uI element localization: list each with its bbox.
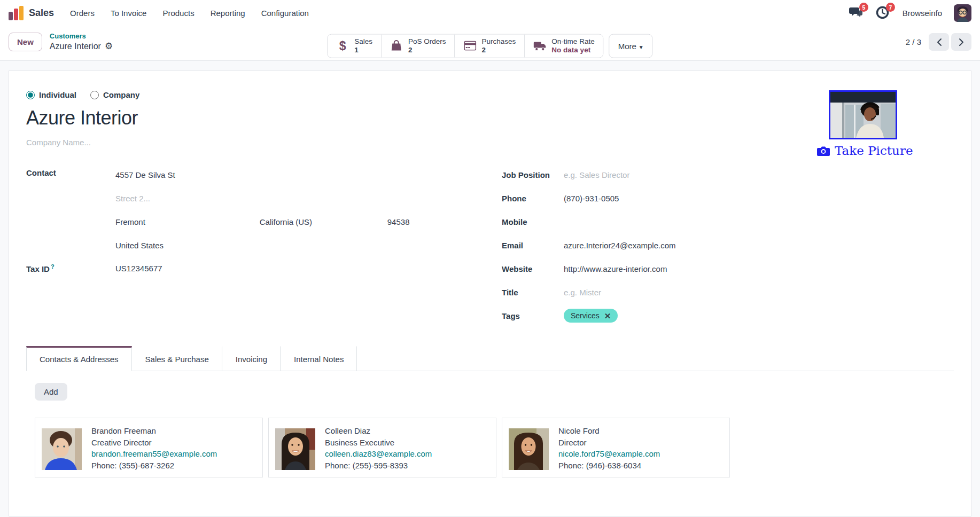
contact-name: Colleen Diaz bbox=[325, 425, 432, 437]
breadcrumb-customers[interactable]: Customers bbox=[50, 32, 113, 41]
breadcrumb: Customers Azure Interior ⚙ bbox=[50, 32, 113, 51]
contact-photo bbox=[42, 428, 82, 470]
contact-field-label: Contact bbox=[26, 163, 115, 177]
dollar-icon: $ bbox=[336, 38, 349, 53]
tag-services[interactable]: Services ✕ bbox=[564, 309, 618, 323]
chevron-left-icon bbox=[936, 38, 942, 46]
contact-phone: Phone: (946)-638-6034 bbox=[558, 460, 660, 472]
radio-company-label: Company bbox=[103, 90, 139, 99]
tax-id-value[interactable]: US12345677 bbox=[115, 264, 162, 273]
website-value[interactable]: http://www.azure-interior.com bbox=[564, 264, 667, 273]
country-value[interactable]: United States bbox=[115, 241, 164, 250]
messages-badge: 5 bbox=[859, 3, 868, 12]
city-value[interactable]: Fremont bbox=[115, 217, 260, 226]
chevron-down-icon: ▼ bbox=[639, 44, 644, 50]
street-value[interactable]: 4557 De Silva St bbox=[115, 170, 175, 179]
take-picture-label: Take Picture bbox=[835, 144, 913, 158]
website-label: Website bbox=[502, 264, 564, 273]
company-type-selector: Individual Company bbox=[26, 90, 251, 99]
nav-item-to-invoice[interactable]: To Invoice bbox=[111, 9, 147, 18]
nav-item-products[interactable]: Products bbox=[162, 9, 194, 18]
mobile-input[interactable] bbox=[564, 217, 740, 226]
user-avatar[interactable] bbox=[954, 4, 971, 22]
contact-card-colleen-diaz[interactable]: Colleen Diaz Business Executive colleen.… bbox=[268, 418, 496, 477]
contact-email[interactable]: nicole.ford75@example.com bbox=[558, 448, 660, 460]
stat-button-sales[interactable]: $ Sales 1 bbox=[328, 34, 382, 58]
tab-contacts-addresses[interactable]: Contacts & Addresses bbox=[26, 346, 132, 371]
contact-card-brandon-freeman[interactable]: Brandon Freeman Creative Director brando… bbox=[35, 418, 263, 477]
company-name-input[interactable] bbox=[26, 138, 251, 147]
contact-phone: Phone: (255)-595-8393 bbox=[325, 460, 432, 472]
job-position-input[interactable] bbox=[564, 170, 740, 179]
form-sheet: Individual Company Azure Interior bbox=[9, 70, 971, 516]
contact-role: Director bbox=[558, 437, 660, 449]
take-picture-button[interactable]: Take Picture bbox=[817, 144, 929, 158]
contact-role: Creative Director bbox=[91, 437, 217, 449]
tag-remove-icon[interactable]: ✕ bbox=[604, 312, 611, 320]
user-name[interactable]: Browseinfo bbox=[903, 9, 942, 18]
stat-value: No data yet bbox=[551, 46, 590, 54]
stat-button-on-time-rate[interactable]: On-time Rate No data yet bbox=[525, 34, 603, 58]
contact-name: Brandon Freeman bbox=[91, 425, 217, 437]
radio-company-input[interactable] bbox=[90, 91, 99, 99]
details-column: Job Position Phone (870)-931-0505 Mobile… bbox=[502, 163, 740, 327]
contact-email[interactable]: colleen.diaz83@example.com bbox=[325, 448, 432, 460]
pager-count: 2 / 3 bbox=[906, 37, 921, 46]
state-value[interactable]: California (US) bbox=[260, 217, 387, 226]
contact-name: Nicole Ford bbox=[558, 425, 660, 437]
job-position-label: Job Position bbox=[502, 170, 564, 179]
radio-individual-input[interactable] bbox=[26, 91, 35, 99]
activities-badge: 7 bbox=[886, 3, 895, 12]
stat-button-purchases[interactable]: Purchases 2 bbox=[455, 34, 525, 58]
stat-button-pos-orders[interactable]: PoS Orders 2 bbox=[382, 34, 455, 58]
stat-label: On-time Rate bbox=[551, 37, 594, 45]
activities-icon[interactable]: 7 bbox=[876, 6, 891, 20]
app-name[interactable]: Sales bbox=[29, 7, 54, 19]
zip-value[interactable]: 94538 bbox=[387, 217, 443, 226]
tab-internal-notes[interactable]: Internal Notes bbox=[281, 346, 357, 371]
radio-individual[interactable]: Individual bbox=[26, 90, 76, 99]
add-contact-button[interactable]: Add bbox=[35, 383, 67, 401]
pager-next-button[interactable] bbox=[951, 33, 971, 51]
control-panel: New Customers Azure Interior ⚙ $ Sales 1… bbox=[0, 26, 980, 61]
email-label: Email bbox=[502, 241, 564, 250]
contact-photo bbox=[509, 428, 549, 470]
gear-icon[interactable]: ⚙ bbox=[105, 42, 113, 51]
phone-label: Phone bbox=[502, 194, 564, 203]
street2-input[interactable] bbox=[115, 194, 443, 203]
messages-icon[interactable]: 5 bbox=[849, 6, 864, 20]
stat-label: PoS Orders bbox=[408, 37, 446, 45]
breadcrumb-current-record: Azure Interior bbox=[50, 41, 101, 52]
address-column: Contact 4557 De Silva St Fremont Califor… bbox=[26, 163, 443, 327]
record-title[interactable]: Azure Interior bbox=[26, 107, 251, 129]
tags-label: Tags bbox=[502, 311, 564, 320]
shopping-bag-icon bbox=[390, 40, 403, 52]
contact-phone: Phone: (355)-687-3262 bbox=[91, 460, 217, 472]
tab-sales-purchase[interactable]: Sales & Purchase bbox=[132, 346, 222, 371]
radio-company[interactable]: Company bbox=[90, 90, 139, 99]
contact-card-nicole-ford[interactable]: Nicole Ford Director nicole.ford75@examp… bbox=[502, 418, 730, 477]
title-input[interactable] bbox=[564, 288, 740, 297]
help-question-icon[interactable]: ? bbox=[51, 263, 55, 270]
tax-id-field-label: Tax ID? bbox=[26, 263, 115, 273]
content-area: Individual Company Azure Interior bbox=[0, 61, 980, 516]
webcam-preview bbox=[829, 90, 897, 139]
odoo-logo-icon[interactable] bbox=[9, 5, 24, 20]
new-button[interactable]: New bbox=[9, 33, 42, 51]
pager: 2 / 3 bbox=[906, 33, 971, 51]
tab-invoicing[interactable]: Invoicing bbox=[222, 346, 281, 371]
contact-role: Business Executive bbox=[325, 437, 432, 449]
pager-previous-button[interactable] bbox=[929, 33, 949, 51]
nav-item-orders[interactable]: Orders bbox=[70, 9, 95, 18]
webcam-widget: Take Picture bbox=[817, 90, 929, 158]
nav-item-reporting[interactable]: Reporting bbox=[211, 9, 245, 18]
email-value[interactable]: azure.Interior24@example.com bbox=[564, 241, 676, 250]
stat-value: 2 bbox=[482, 46, 486, 54]
top-navbar: Sales Orders To Invoice Products Reporti… bbox=[0, 0, 980, 26]
mobile-label: Mobile bbox=[502, 217, 564, 226]
contact-email[interactable]: brandon.freeman55@example.com bbox=[91, 448, 217, 460]
more-button[interactable]: More▼ bbox=[609, 34, 653, 58]
nav-item-configuration[interactable]: Configuration bbox=[261, 9, 309, 18]
phone-value[interactable]: (870)-931-0505 bbox=[564, 194, 619, 203]
main-menu: Orders To Invoice Products Reporting Con… bbox=[70, 9, 309, 18]
